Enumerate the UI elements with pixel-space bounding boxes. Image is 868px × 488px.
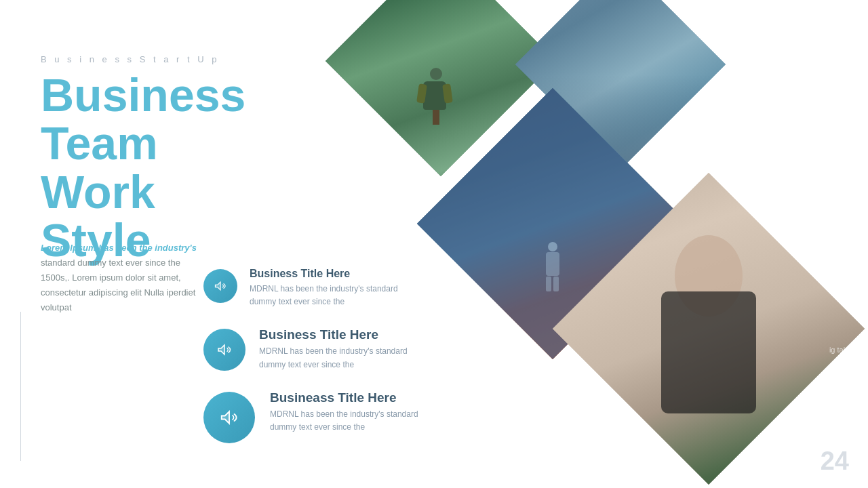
feature-icon-2 — [203, 329, 245, 371]
feature-content-2: Business Title Here MDRNL has been the i… — [259, 327, 408, 371]
feature-desc-3: MDRNL has been the industry's standard d… — [270, 408, 418, 434]
feature-icon-3 — [203, 392, 255, 443]
main-title: Business Team Work Style — [41, 71, 258, 265]
feature-title-2: Business Title Here — [259, 327, 408, 342]
description-area: Lorem Ipsum has been the industry's stan… — [41, 241, 210, 315]
description-body: standard dummy text ever since the 1500s… — [41, 258, 195, 312]
title-line2: Team Work — [41, 119, 258, 216]
overlay-text: ig tak kau kau jac — [829, 345, 861, 366]
subtitle: B u s i n e s s S t a r t U p — [41, 54, 258, 64]
diamond-mountain — [515, 0, 726, 169]
feature-title-1: Business Title Here — [250, 268, 398, 280]
left-panel: B u s i n e s s S t a r t U p Business T… — [41, 54, 258, 265]
features-list: Business Title Here MDRNL has been the i… — [203, 268, 610, 462]
feature-item-3: Busineass Title Here MDRNL has been the … — [203, 390, 610, 443]
feature-item-2: Business Title Here MDRNL has been the i… — [203, 327, 610, 371]
feature-icon-1 — [203, 269, 237, 303]
feature-content-1: Business Title Here MDRNL has been the i… — [250, 268, 398, 308]
feature-desc-2: MDRNL has been the industry's standard d… — [259, 345, 408, 371]
feature-content-3: Busineass Title Here MDRNL has been the … — [270, 390, 418, 434]
feature-item-1: Business Title Here MDRNL has been the i… — [203, 268, 610, 308]
description-italic: Lorem Ipsum has been the industry's — [41, 243, 197, 253]
diamond-forest — [326, 0, 556, 176]
megaphone-icon-3 — [219, 407, 239, 428]
megaphone-icon-2 — [216, 342, 233, 358]
description-text: Lorem Ipsum has been the industry's stan… — [41, 241, 210, 315]
title-line1: Business — [41, 71, 258, 119]
megaphone-icon-1 — [214, 279, 227, 293]
feature-title-3: Busineass Title Here — [270, 390, 418, 405]
feature-desc-1: MDRNL has been the industry's standard d… — [250, 283, 398, 308]
vertical-divider — [20, 312, 21, 461]
page-number: 24 — [821, 447, 849, 476]
